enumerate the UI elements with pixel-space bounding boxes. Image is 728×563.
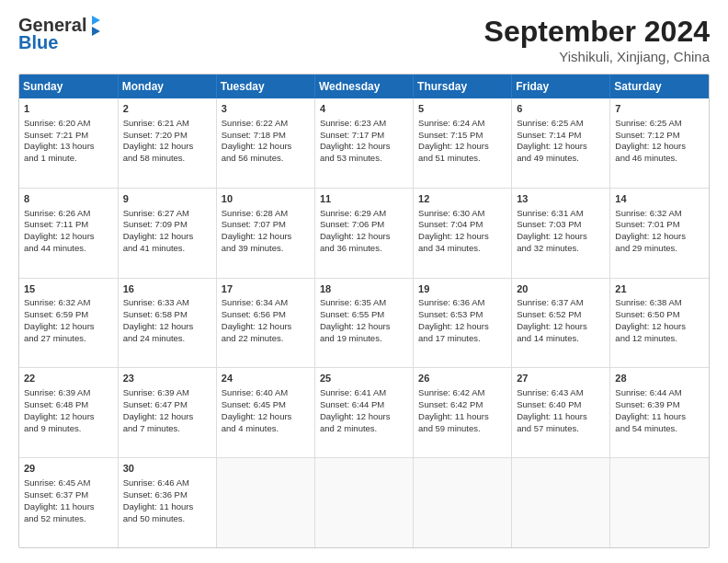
day-info-line: and 4 minutes. [222, 423, 310, 435]
calendar-cell: 14Sunrise: 6:32 AMSunset: 7:01 PMDayligh… [610, 188, 709, 278]
day-info-line: and 1 minute. [24, 153, 113, 165]
day-number: 26 [418, 372, 506, 385]
day-info-line: and 29 minutes. [615, 243, 704, 255]
day-number: 22 [24, 372, 113, 385]
day-info-line: Daylight: 12 hours [418, 321, 506, 333]
day-info-line: Sunrise: 6:29 AM [320, 208, 408, 220]
day-number: 24 [222, 372, 310, 385]
day-info-line: Daylight: 12 hours [517, 321, 605, 333]
day-info-line: and 52 minutes. [24, 513, 113, 525]
day-info-line: Sunset: 6:53 PM [418, 309, 506, 321]
day-info-line: Sunrise: 6:37 AM [517, 297, 605, 309]
day-info-line: Sunset: 7:20 PM [123, 130, 211, 142]
weekday-sunday: Sunday [19, 75, 118, 98]
day-number: 4 [320, 102, 408, 116]
calendar-cell: 12Sunrise: 6:30 AMSunset: 7:04 PMDayligh… [414, 188, 512, 278]
day-number: 9 [123, 192, 211, 206]
calendar-cell: 24Sunrise: 6:40 AMSunset: 6:45 PMDayligh… [216, 368, 314, 458]
day-info-line: and 14 minutes. [517, 333, 605, 345]
day-info-line: Sunset: 6:37 PM [24, 489, 113, 501]
day-info-line: and 59 minutes. [418, 423, 506, 435]
day-info-line: Daylight: 13 hours [24, 141, 113, 153]
day-info-line: Sunset: 6:47 PM [123, 399, 211, 411]
day-number: 25 [320, 372, 408, 385]
day-info-line: Sunset: 7:07 PM [222, 219, 310, 231]
calendar-cell: 23Sunrise: 6:39 AMSunset: 6:47 PMDayligh… [118, 368, 216, 458]
day-info-line: Sunrise: 6:45 AM [24, 477, 113, 489]
day-info-line: and 54 minutes. [615, 423, 704, 435]
day-number: 21 [615, 282, 704, 296]
day-number: 3 [222, 102, 310, 116]
day-number: 12 [418, 192, 506, 206]
day-info-line: Sunrise: 6:40 AM [222, 387, 310, 399]
day-info-line: Sunset: 7:04 PM [418, 219, 506, 231]
calendar-cell: 1Sunrise: 6:20 AMSunset: 7:21 PMDaylight… [19, 98, 118, 188]
calendar-cell [414, 458, 512, 547]
day-info-line: Daylight: 12 hours [615, 141, 704, 153]
day-info-line: Daylight: 12 hours [24, 231, 113, 243]
week-row-2: 8Sunrise: 6:26 AMSunset: 7:11 PMDaylight… [19, 188, 709, 278]
day-info-line: and 44 minutes. [24, 243, 113, 255]
day-info-line: Daylight: 12 hours [24, 321, 113, 333]
day-info-line: and 22 minutes. [222, 333, 310, 345]
day-info-line: Daylight: 11 hours [615, 411, 704, 423]
weekday-tuesday: Tuesday [216, 75, 314, 98]
weekday-friday: Friday [512, 75, 610, 98]
day-number: 13 [517, 192, 605, 206]
day-number: 7 [615, 102, 704, 116]
day-info-line: and 39 minutes. [222, 243, 310, 255]
day-info-line: Sunrise: 6:23 AM [320, 118, 408, 130]
day-info-line: Sunrise: 6:22 AM [222, 118, 310, 130]
day-info-line: Daylight: 12 hours [320, 321, 408, 333]
day-info-line: Daylight: 12 hours [418, 231, 506, 243]
day-info-line: Sunrise: 6:39 AM [24, 387, 113, 399]
day-info-line: Daylight: 12 hours [517, 231, 605, 243]
day-info-line: Sunrise: 6:27 AM [123, 208, 211, 220]
day-info-line: Sunrise: 6:41 AM [320, 387, 408, 399]
day-number: 15 [24, 282, 113, 296]
day-info-line: and 34 minutes. [418, 243, 506, 255]
day-info-line: Daylight: 12 hours [418, 141, 506, 153]
day-info-line: and 27 minutes. [24, 333, 113, 345]
calendar-cell [610, 458, 709, 547]
day-info-line: Daylight: 12 hours [615, 321, 704, 333]
calendar-cell: 15Sunrise: 6:32 AMSunset: 6:59 PMDayligh… [19, 278, 118, 368]
day-number: 28 [615, 372, 704, 385]
weekday-saturday: Saturday [610, 75, 709, 98]
week-row-3: 15Sunrise: 6:32 AMSunset: 6:59 PMDayligh… [19, 278, 709, 368]
day-info-line: and 51 minutes. [418, 153, 506, 165]
day-info-line: Sunset: 6:45 PM [222, 399, 310, 411]
day-info-line: Sunset: 6:52 PM [517, 309, 605, 321]
day-info-line: Sunrise: 6:38 AM [615, 297, 704, 309]
day-number: 27 [517, 372, 605, 385]
day-info-line: and 50 minutes. [123, 513, 211, 525]
day-info-line: Daylight: 12 hours [123, 141, 211, 153]
calendar-cell: 18Sunrise: 6:35 AMSunset: 6:55 PMDayligh… [314, 278, 413, 368]
day-info-line: and 49 minutes. [517, 153, 605, 165]
weekday-monday: Monday [118, 75, 216, 98]
weekday-wednesday: Wednesday [314, 75, 413, 98]
calendar-cell: 22Sunrise: 6:39 AMSunset: 6:48 PMDayligh… [19, 368, 118, 458]
title-block: September 2024 Yishikuli, Xinjiang, Chin… [484, 15, 710, 64]
day-info-line: Sunset: 6:36 PM [123, 489, 211, 501]
day-info-line: Daylight: 12 hours [222, 141, 310, 153]
day-info-line: Daylight: 12 hours [320, 141, 408, 153]
day-info-line: Daylight: 11 hours [24, 501, 113, 513]
day-info-line: Sunrise: 6:36 AM [418, 297, 506, 309]
day-number: 11 [320, 192, 408, 206]
day-number: 1 [24, 102, 113, 116]
calendar-cell: 28Sunrise: 6:44 AMSunset: 6:39 PMDayligh… [610, 368, 709, 458]
day-info-line: and 41 minutes. [123, 243, 211, 255]
day-info-line: Sunrise: 6:25 AM [615, 118, 704, 130]
day-info-line: and 2 minutes. [320, 423, 408, 435]
calendar-cell: 7Sunrise: 6:25 AMSunset: 7:12 PMDaylight… [610, 98, 709, 188]
day-info-line: Sunset: 7:14 PM [517, 130, 605, 142]
day-info-line: Sunset: 7:09 PM [123, 219, 211, 231]
day-info-line: Sunrise: 6:25 AM [517, 118, 605, 130]
calendar-subtitle: Yishikuli, Xinjiang, China [484, 49, 710, 64]
day-info-line: Sunrise: 6:35 AM [320, 297, 408, 309]
day-info-line: Sunset: 7:15 PM [418, 130, 506, 142]
day-number: 19 [418, 282, 506, 296]
day-info-line: Sunrise: 6:30 AM [418, 208, 506, 220]
calendar-cell: 27Sunrise: 6:43 AMSunset: 6:40 PMDayligh… [512, 368, 610, 458]
